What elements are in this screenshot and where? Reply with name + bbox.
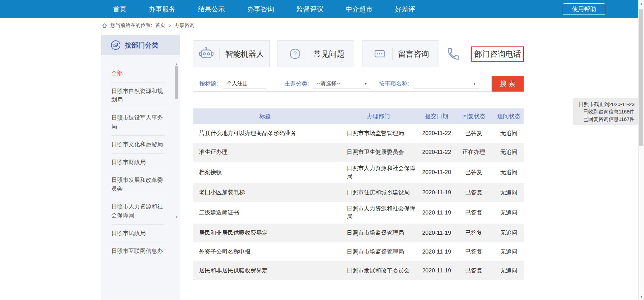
cell-date: 2020-11-19: [420, 261, 453, 280]
cell-title: 居民和非居民供暖收费界定: [193, 224, 337, 242]
cell-title: 准生证办理: [193, 143, 337, 162]
main-content: 智能机器人 ? 常见问题 留言咨询: [193, 40, 524, 280]
cell-date: 2020-11-20: [420, 162, 453, 183]
tab-label-message-consult: 留言咨询: [398, 49, 429, 59]
tab-smart-robot[interactable]: 智能机器人: [193, 40, 270, 67]
robot-icon: [199, 46, 214, 62]
nav-item-6[interactable]: 好差评: [395, 5, 415, 14]
title-filter-label: 按标题:: [199, 80, 218, 88]
cell-followup-status: 无追问: [494, 224, 524, 242]
sidebar-item-8[interactable]: 日照市互联网信息办: [111, 242, 165, 260]
cell-department: 日照市人力资源和社会保障局: [337, 162, 420, 183]
nav-item-2[interactable]: 结果公示: [198, 5, 225, 14]
nav-item-5[interactable]: 中介超市: [346, 5, 373, 14]
breadcrumb-current: 办事咨询: [174, 22, 195, 29]
cell-reply-status: 已答复: [453, 224, 494, 242]
cell-reply-status: 已答复: [453, 162, 494, 183]
nav-item-0[interactable]: 首页: [113, 5, 126, 14]
cell-department-text: 日照市市场监督管理局: [347, 129, 404, 137]
sidebar-scrollbar-thumb[interactable]: [175, 66, 178, 99]
page-scrollbar-thumb[interactable]: [639, 9, 643, 146]
stats-line-0: 日照市截止到2020-11-23: [577, 101, 635, 108]
scroll-down-icon[interactable]: ▼: [175, 215, 179, 219]
chevron-down-icon: ▼: [473, 82, 476, 86]
table-row[interactable]: 居民和非居民供暖收费界定日照市发展和改革委员会2020-11-19已答复无追问: [193, 261, 524, 280]
breadcrumb: 您当前所在的位置: 首页 > 办事咨询: [102, 22, 195, 29]
col-header-reply-status: 回复状态: [453, 108, 494, 124]
sidebar-scrollbar[interactable]: ▲ ▼: [175, 62, 179, 219]
title-filter-input[interactable]: [223, 79, 266, 89]
cell-department: 日照市发展和改革委员会: [337, 261, 420, 280]
scroll-down-icon[interactable]: ▼: [639, 295, 644, 298]
category-select[interactable]: --请选择-- ▼: [313, 79, 370, 89]
sidebar-item-6[interactable]: 日照市人力资源和社会保障局: [111, 198, 165, 225]
department-list: 全部日照市自然资源和规划局日照市退役军人事务局日照市文化和旅游局日照市财政局日照…: [101, 55, 166, 260]
sidebar-department-filter: 按部门分类 全部日照市自然资源和规划局日照市退役军人事务局日照市文化和旅游局日照…: [101, 35, 180, 300]
sidebar-item-7[interactable]: 日照市民政局: [111, 225, 165, 242]
cell-date: 2020-11-19: [420, 202, 453, 224]
search-button[interactable]: 搜 索: [492, 76, 524, 92]
category-icon: [111, 40, 121, 50]
nav-item-1[interactable]: 办事服务: [149, 5, 176, 14]
cell-department-text: 日照市人力资源和社会保障局: [347, 164, 416, 180]
tab-message-consult[interactable]: 留言咨询: [362, 40, 439, 67]
cell-department: 日照市人力资源和社会保障局: [337, 202, 420, 224]
breadcrumb-home-link[interactable]: 首页: [155, 22, 165, 29]
cell-department-text: 日照市卫生健康委员会: [347, 148, 404, 156]
consultation-table-header: 标题 办理部门 提交日期 回复状态 追问状态: [193, 108, 524, 124]
cell-title: 二级建造师证书: [193, 202, 337, 224]
cell-reply-status: 已答复: [453, 183, 494, 202]
tab-label-faq: 常见问题: [314, 49, 345, 59]
cell-reply-status: 已答复: [453, 124, 494, 143]
category-select-value: --请选择--: [317, 80, 340, 87]
main-nav: 首页办事服务结果公示办事咨询监督评议中介超市好差评: [113, 0, 638, 18]
svg-text:?: ?: [293, 50, 296, 57]
cell-followup-status: 无追问: [494, 124, 524, 143]
tab-department-phone[interactable]: 部门咨询电话: [447, 40, 524, 67]
nav-item-3[interactable]: 办事咨询: [247, 5, 274, 14]
cell-title: 老旧小区加装电梯: [193, 183, 337, 202]
item-name-select[interactable]: ▼: [413, 79, 479, 89]
search-bar: 按标题: 主题分类: --请选择-- ▼ 按事项名称: ▼ 搜 索: [193, 76, 524, 92]
scroll-up-icon[interactable]: ▲: [175, 62, 179, 66]
page-scrollbar[interactable]: ▲ ▼: [638, 0, 644, 300]
table-row[interactable]: 莒县什么地方可以办理商品条形码业务日照市市场监督管理局2020-11-22已答复…: [193, 124, 524, 143]
cell-followup-status: 无追问: [494, 261, 524, 280]
help-button[interactable]: 使用帮助: [563, 3, 605, 15]
cell-department: 日照市卫生健康委员会: [337, 143, 420, 162]
table-row[interactable]: 居民和非居民供暖收费界定日照市市场监督管理局2020-11-19已答复无追问: [193, 224, 524, 242]
sidebar-item-4[interactable]: 日照市财政局: [111, 154, 165, 171]
nav-item-4[interactable]: 监督评议: [296, 5, 323, 14]
breadcrumb-separator: >: [168, 23, 171, 28]
category-filter-label: 主题分类:: [285, 80, 309, 88]
cell-reply-status: 已答复: [453, 242, 494, 261]
cell-department-text: 日照市人力资源和社会保障局: [347, 205, 416, 221]
cell-title: 莒县什么地方可以办理商品条形码业务: [193, 124, 337, 143]
table-row[interactable]: 二级建造师证书日照市人力资源和社会保障局2020-11-19已答复无追问: [193, 202, 524, 224]
top-navigation-bar: 首页办事服务结果公示办事咨询监督评议中介超市好差评 使用帮助: [0, 0, 638, 18]
cell-department: 日照市住房和城乡建设局: [337, 183, 420, 202]
tab-faq[interactable]: ? 常见问题: [277, 40, 354, 67]
sidebar-item-2[interactable]: 日照市退役军人事务局: [111, 109, 165, 136]
chevron-down-icon: ▼: [364, 82, 368, 86]
col-header-department: 办理部门: [337, 108, 420, 124]
scroll-up-icon[interactable]: ▲: [639, 2, 644, 6]
sidebar-item-5[interactable]: 日照市发展和改革委员会: [111, 171, 165, 198]
table-row[interactable]: 外资子公司名称申报日照市市场监督管理局2020-11-19已答复无追问: [193, 242, 524, 261]
sidebar-item-1[interactable]: 日照市自然资源和规划局: [111, 82, 165, 109]
tab-label-department-phone: 部门咨询电话: [471, 46, 524, 62]
table-row[interactable]: 档案接收日照市人力资源和社会保障局2020-11-20已答复无追问: [193, 162, 524, 183]
table-row[interactable]: 准生证办理日照市卫生健康委员会2020-11-22正在办理无追问: [193, 143, 524, 162]
cell-date: 2020-11-19: [420, 224, 453, 242]
sidebar-item-0[interactable]: 全部: [111, 65, 165, 82]
stats-line-1: 已收到咨询信息1168件: [577, 108, 635, 115]
sidebar-item-3[interactable]: 日照市文化和旅游局: [111, 136, 165, 154]
table-row[interactable]: 老旧小区加装电梯日照市住房和城乡建设局2020-11-19已答复无追问: [193, 183, 524, 202]
message-icon: [372, 46, 387, 61]
cell-department: 日照市市场监督管理局: [337, 242, 420, 261]
cell-date: 2020-11-19: [420, 242, 453, 261]
cell-reply-status: 已答复: [453, 261, 494, 280]
cell-title: 档案接收: [193, 162, 337, 183]
cell-title: 居民和非居民供暖收费界定: [193, 261, 337, 280]
cell-followup-status: 无追问: [494, 242, 524, 261]
